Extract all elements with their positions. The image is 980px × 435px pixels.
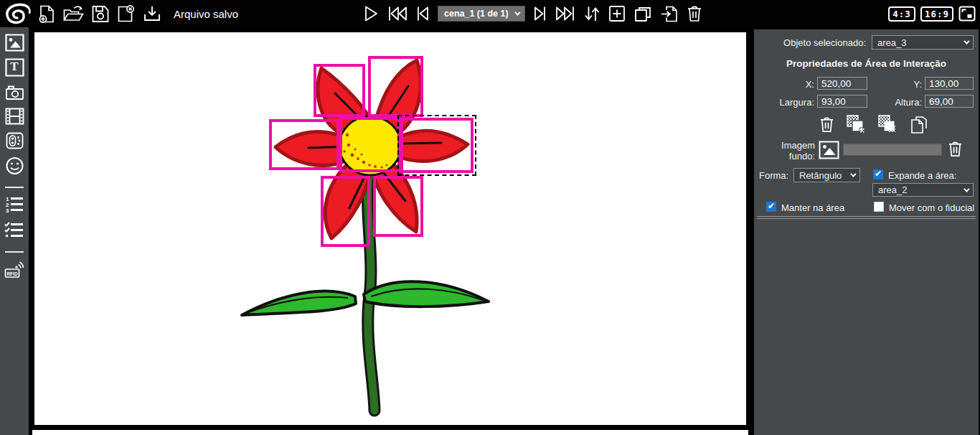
chevron-down-icon	[963, 38, 969, 44]
skip-last-icon[interactable]	[554, 4, 576, 23]
open-file-icon[interactable]	[62, 4, 85, 24]
interaction-area-area-left[interactable]	[269, 119, 339, 170]
text-glyph: T	[5, 60, 24, 74]
skip-first-icon[interactable]	[387, 4, 409, 23]
interaction-area-area-center[interactable]	[339, 117, 400, 172]
numbered-list-tool-icon[interactable]: 1 2 3	[4, 195, 24, 214]
add-scene-icon[interactable]	[608, 4, 626, 23]
height-input[interactable]	[925, 95, 974, 108]
height-label: Altura:	[890, 97, 922, 108]
width-input[interactable]	[817, 95, 867, 108]
delete-area-icon[interactable]	[819, 115, 835, 134]
fullscreen-icon[interactable]	[958, 6, 976, 22]
interaction-area-area-top-left[interactable]	[314, 64, 365, 117]
app-logo-icon	[3, 2, 32, 25]
tool-sidebar: T	[0, 27, 29, 435]
svg-text:RFID: RFID	[6, 271, 17, 276]
expand-area-label: Expande a área:	[888, 170, 956, 181]
fiducial-tool-icon[interactable]	[5, 131, 24, 150]
text-tool-icon[interactable]: T	[5, 58, 24, 77]
x-input[interactable]	[817, 77, 867, 90]
expand-target-select[interactable]: area_2	[872, 183, 974, 197]
chevron-down-icon	[963, 186, 969, 192]
interaction-area-area-bottom-right[interactable]	[373, 176, 423, 237]
close-file-icon[interactable]	[116, 4, 136, 24]
areas-layer	[29, 27, 752, 435]
aspect-16-9-button[interactable]: 16:9	[920, 6, 953, 22]
move-with-fiducial-checkbox[interactable]	[874, 202, 884, 212]
width-label: Largura:	[767, 97, 814, 108]
scene-selector[interactable]: cena_1 (1 de 1)	[438, 6, 525, 22]
interaction-area-area-top-right[interactable]	[368, 56, 423, 117]
sidebar-divider	[5, 251, 24, 253]
smiley-tool-icon[interactable]	[5, 156, 24, 175]
y-label: Y:	[890, 79, 922, 90]
duplicate-scene-icon[interactable]	[633, 4, 653, 24]
play-icon[interactable]	[362, 4, 380, 23]
video-tool-icon[interactable]	[5, 108, 24, 125]
chevron-down-icon	[514, 9, 520, 15]
copy-area-icon[interactable]	[909, 114, 929, 135]
move-with-fiducial-label: Mover com o fiducial	[889, 202, 974, 213]
scene-region	[29, 27, 752, 435]
selected-object-label: Objeto selecionado:	[754, 37, 866, 48]
new-file-icon[interactable]	[37, 4, 57, 24]
rfid-tool-icon[interactable]: RFID	[4, 259, 24, 279]
checklist-tool-icon[interactable]	[4, 220, 24, 240]
sidebar-divider	[5, 187, 24, 188]
send-backward-icon[interactable]	[877, 114, 898, 135]
chevron-down-icon	[850, 171, 856, 177]
import-scene-icon[interactable]	[659, 4, 679, 24]
save-file-icon[interactable]	[90, 4, 110, 24]
shape-select[interactable]: Retângulo	[793, 168, 860, 182]
interaction-area-area-right[interactable]	[400, 118, 473, 173]
y-input[interactable]	[925, 77, 974, 90]
image-tool-icon[interactable]	[5, 34, 24, 52]
panel-divider	[757, 216, 976, 219]
interaction-area-area-bottom-left[interactable]	[321, 176, 370, 247]
background-image-label: Imagem fundo:	[776, 140, 815, 162]
properties-panel: Objeto selecionado: area_3 Propriedades …	[752, 27, 980, 435]
next-icon[interactable]	[532, 4, 547, 23]
download-icon[interactable]	[142, 4, 162, 24]
top-toolbar: Arquivo salvo	[0, 0, 980, 27]
delete-scene-icon[interactable]	[686, 4, 703, 23]
x-label: X:	[783, 79, 814, 90]
app-window: Arquivo salvo	[0, 0, 980, 435]
keep-in-area-checkbox[interactable]	[766, 202, 776, 212]
selected-object-select[interactable]: area_3	[872, 35, 974, 50]
keep-in-area-label: Manter na área	[781, 202, 844, 213]
panel-heading: Propriedades de Área de Interação	[754, 58, 979, 69]
expand-area-checkbox[interactable]	[873, 169, 883, 179]
background-image-button[interactable]	[819, 141, 839, 159]
camera-tool-icon[interactable]	[5, 83, 24, 101]
shape-label: Forma:	[759, 170, 788, 181]
aspect-4-3-button[interactable]: 4:3	[888, 6, 915, 22]
background-image-field[interactable]	[843, 144, 942, 156]
clear-background-image-icon[interactable]	[947, 139, 963, 159]
svg-text:3: 3	[6, 207, 9, 214]
bring-forward-icon[interactable]	[846, 114, 867, 135]
reorder-scenes-icon[interactable]	[583, 4, 601, 24]
file-status-text: Arquivo salvo	[174, 8, 238, 20]
previous-icon[interactable]	[415, 4, 431, 23]
